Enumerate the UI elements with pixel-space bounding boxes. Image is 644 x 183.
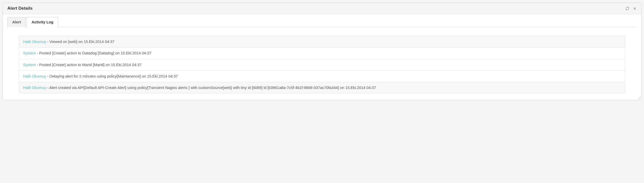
tab-alert[interactable]: Alert (7, 17, 26, 27)
svg-point-1 (639, 98, 639, 98)
log-item: Halit Okumuş - Alert created via API[Def… (19, 82, 625, 94)
log-item: Halit Okumuş - Viewed on [web] on 15.Eki… (19, 36, 625, 48)
log-item: System - Posted [Create] action to Marid… (19, 59, 625, 71)
log-actor[interactable]: System (23, 51, 36, 55)
panel-title: Alert Details (7, 6, 33, 11)
log-text: - Alert created via API[Default API-Crea… (46, 85, 376, 90)
refresh-icon[interactable] (625, 7, 629, 10)
svg-point-5 (640, 99, 640, 99)
log-text: - Posted [Create] action to Marid [Marid… (36, 63, 142, 67)
log-actor[interactable]: System (23, 63, 36, 67)
log-text: - Viewed on [web] on 15.Eki.2014 04:37 (46, 39, 114, 44)
resize-handle[interactable] (637, 96, 641, 99)
log-item: Halit Okumuş - Delaying alert for 2 minu… (19, 71, 625, 82)
svg-point-4 (639, 99, 639, 99)
panel-header: Alert Details (3, 3, 641, 14)
close-icon[interactable] (633, 7, 637, 10)
svg-point-0 (640, 97, 640, 97)
panel-header-actions (625, 7, 637, 10)
panel-body: Alert Activity Log Halit Okumuş - Viewed… (3, 17, 641, 100)
log-item: System - Posted [Create] action to Datad… (19, 48, 625, 59)
svg-point-3 (638, 99, 638, 99)
svg-point-2 (640, 98, 640, 98)
log-actor[interactable]: Halit Okumuş (23, 39, 46, 44)
tabs: Alert Activity Log (7, 17, 637, 27)
log-text: - Posted [Create] action to Datadog [Dat… (36, 51, 151, 55)
tab-activity-log[interactable]: Activity Log (27, 17, 58, 27)
activity-log-list: Halit Okumuş - Viewed on [web] on 15.Eki… (7, 36, 637, 94)
log-actor[interactable]: Halit Okumuş (23, 74, 46, 78)
log-actor[interactable]: Halit Okumuş (23, 85, 46, 90)
alert-details-panel: Alert Details Alert Activity Log (3, 3, 641, 100)
log-text: - Delaying alert for 2 minutes using pol… (46, 74, 178, 78)
